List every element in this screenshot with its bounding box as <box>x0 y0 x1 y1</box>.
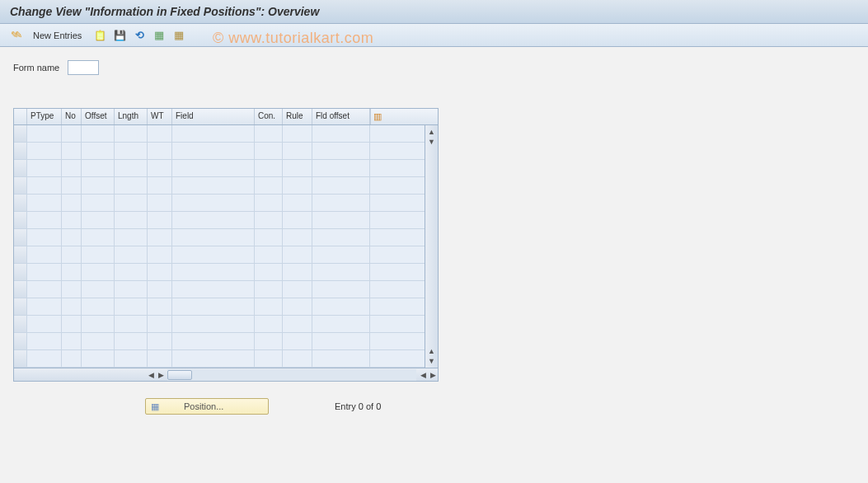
table-cell[interactable] <box>115 264 148 280</box>
table-cell[interactable] <box>14 316 27 332</box>
table-row[interactable] <box>14 160 425 177</box>
table-row[interactable] <box>14 212 425 229</box>
table-cell[interactable] <box>62 350 82 367</box>
table-row[interactable] <box>14 264 425 281</box>
table-cell[interactable] <box>27 212 62 228</box>
table-cell[interactable] <box>172 195 255 211</box>
table-cell[interactable] <box>115 298 148 315</box>
scroll-down2-icon[interactable]: ▼ <box>427 356 437 366</box>
table-cell[interactable] <box>82 143 115 159</box>
table-cell[interactable] <box>312 316 370 332</box>
table-cell[interactable] <box>255 177 283 194</box>
col-header-field[interactable]: Field <box>172 109 255 124</box>
table-cell[interactable] <box>312 195 370 211</box>
new-entries-button[interactable]: New Entries <box>26 29 88 42</box>
table-cell[interactable] <box>82 177 115 194</box>
table-cell[interactable] <box>312 177 370 194</box>
table-cell[interactable] <box>172 177 255 194</box>
table-cell[interactable] <box>312 246 370 263</box>
table-cell[interactable] <box>172 333 255 349</box>
table-cell[interactable] <box>82 281 115 298</box>
table-cell[interactable] <box>82 298 115 315</box>
table-cell[interactable] <box>14 125 27 142</box>
table-cell[interactable] <box>172 316 255 332</box>
table-cell[interactable] <box>27 246 62 263</box>
table-cell[interactable] <box>283 143 312 159</box>
scroll-up-icon[interactable]: ▲ <box>427 127 437 137</box>
select-all-icon[interactable] <box>151 27 167 44</box>
table-cell[interactable] <box>14 143 27 159</box>
table-cell[interactable] <box>283 212 312 228</box>
table-row[interactable] <box>14 177 425 195</box>
table-cell[interactable] <box>283 177 312 194</box>
table-cell[interactable] <box>312 212 370 228</box>
delete-icon[interactable] <box>111 27 128 44</box>
table-cell[interactable] <box>14 298 27 315</box>
table-cell[interactable] <box>115 333 148 349</box>
undo-icon[interactable] <box>131 27 148 44</box>
table-cell[interactable] <box>255 333 283 349</box>
table-row[interactable] <box>14 333 425 350</box>
table-cell[interactable] <box>62 281 82 298</box>
table-cell[interactable] <box>62 316 82 332</box>
table-cell[interactable] <box>255 212 283 228</box>
table-cell[interactable] <box>148 195 172 211</box>
table-cell[interactable] <box>62 160 82 176</box>
hscroll-thumb[interactable] <box>167 370 192 380</box>
table-cell[interactable] <box>255 246 283 263</box>
col-header-fldoffset[interactable]: Fld offset <box>312 109 370 124</box>
position-button[interactable]: Position... <box>145 398 269 415</box>
table-cell[interactable] <box>283 333 312 349</box>
table-cell[interactable] <box>148 212 172 228</box>
table-cell[interactable] <box>312 160 370 176</box>
table-row[interactable] <box>14 350 425 368</box>
table-cell[interactable] <box>172 298 255 315</box>
table-cell[interactable] <box>148 177 172 194</box>
table-cell[interactable] <box>172 281 255 298</box>
table-cell[interactable] <box>148 160 172 176</box>
table-cell[interactable] <box>255 125 283 142</box>
table-cell[interactable] <box>82 229 115 246</box>
table-cell[interactable] <box>283 316 312 332</box>
table-cell[interactable] <box>115 229 148 246</box>
table-cell[interactable] <box>115 177 148 194</box>
table-cell[interactable] <box>14 350 27 367</box>
table-cell[interactable] <box>312 350 370 367</box>
deselect-all-icon[interactable] <box>171 27 187 44</box>
col-header-ptype[interactable]: PType <box>27 109 62 124</box>
table-cell[interactable] <box>14 212 27 228</box>
table-cell[interactable] <box>14 229 27 246</box>
table-cell[interactable] <box>255 160 283 176</box>
table-cell[interactable] <box>255 195 283 211</box>
table-cell[interactable] <box>148 143 172 159</box>
table-cell[interactable] <box>115 350 148 367</box>
table-cell[interactable] <box>115 212 148 228</box>
table-cell[interactable] <box>62 264 82 280</box>
table-cell[interactable] <box>27 125 62 142</box>
table-cell[interactable] <box>312 333 370 349</box>
table-cell[interactable] <box>148 298 172 315</box>
table-cell[interactable] <box>14 177 27 194</box>
table-cell[interactable] <box>148 264 172 280</box>
table-cell[interactable] <box>62 298 82 315</box>
table-cell[interactable] <box>115 316 148 332</box>
table-cell[interactable] <box>148 316 172 332</box>
table-cell[interactable] <box>255 264 283 280</box>
table-cell[interactable] <box>14 246 27 263</box>
table-cell[interactable] <box>283 350 312 367</box>
table-cell[interactable] <box>62 229 82 246</box>
form-name-input[interactable] <box>68 60 99 75</box>
table-cell[interactable] <box>27 177 62 194</box>
copy-as-icon[interactable] <box>91 27 108 44</box>
table-cell[interactable] <box>255 350 283 367</box>
col-header-offset[interactable]: Offset <box>82 109 115 124</box>
table-cell[interactable] <box>172 143 255 159</box>
table-cell[interactable] <box>283 298 312 315</box>
table-settings-icon[interactable] <box>370 109 383 124</box>
table-cell[interactable] <box>283 229 312 246</box>
table-cell[interactable] <box>27 350 62 367</box>
table-cell[interactable] <box>148 229 172 246</box>
table-row[interactable] <box>14 246 425 264</box>
table-cell[interactable] <box>27 333 62 349</box>
table-cell[interactable] <box>283 246 312 263</box>
